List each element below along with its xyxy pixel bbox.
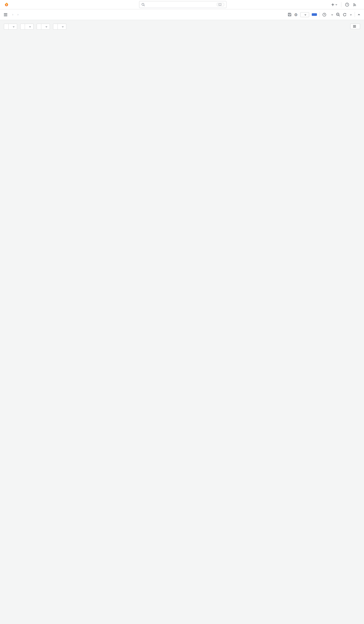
chevron-down-icon bbox=[45, 25, 48, 28]
filter-namespace bbox=[37, 24, 50, 30]
list-icon bbox=[353, 25, 356, 28]
save-dashboard-icon[interactable] bbox=[288, 12, 292, 17]
grafana-logo-icon[interactable] bbox=[4, 2, 9, 8]
filter-label[interactable] bbox=[37, 24, 41, 30]
chevron-up-icon[interactable] bbox=[358, 13, 360, 16]
chevron-down-icon bbox=[62, 25, 64, 28]
breadcrumb-separator: › bbox=[12, 13, 13, 16]
chevron-down-icon bbox=[304, 14, 307, 16]
chevron-down-icon bbox=[331, 14, 333, 16]
add-button[interactable] bbox=[300, 12, 309, 17]
filter-value-dropdown[interactable] bbox=[9, 24, 17, 30]
keyboard-icon bbox=[218, 3, 222, 6]
dashboard-content bbox=[0, 20, 364, 30]
add-menu-button[interactable] bbox=[331, 3, 337, 6]
filter-cluster bbox=[20, 24, 34, 30]
divider bbox=[341, 2, 341, 7]
filter-value-dropdown[interactable] bbox=[25, 24, 34, 30]
news-rss-icon[interactable] bbox=[353, 3, 357, 6]
share-button[interactable] bbox=[312, 13, 317, 16]
divider bbox=[355, 12, 355, 17]
search-icon bbox=[141, 3, 145, 6]
refresh-picker[interactable] bbox=[343, 13, 352, 17]
settings-gear-icon[interactable]: ⚙ bbox=[294, 13, 298, 17]
filter-datasource bbox=[4, 24, 17, 30]
top-nav-bar: ? bbox=[0, 0, 364, 9]
variable-filters bbox=[4, 24, 360, 30]
filter-value-dropdown[interactable] bbox=[41, 24, 50, 30]
filter-label[interactable] bbox=[4, 24, 9, 30]
chevron-down-icon bbox=[335, 3, 337, 6]
breadcrumb: › › bbox=[10, 13, 21, 16]
time-range-picker[interactable] bbox=[322, 13, 333, 17]
svg-text:?: ? bbox=[347, 3, 348, 6]
chevron-down-icon bbox=[29, 25, 31, 28]
mimir-dashboards-button[interactable] bbox=[350, 24, 360, 29]
filter-value-dropdown[interactable] bbox=[58, 24, 66, 30]
dashboard-toolbar: › › ⚙ bbox=[0, 9, 364, 20]
search-input[interactable] bbox=[139, 1, 226, 8]
filter-label[interactable] bbox=[53, 24, 58, 30]
filter-label[interactable] bbox=[20, 24, 25, 30]
zoom-out-icon[interactable] bbox=[336, 12, 340, 17]
chevron-down-icon bbox=[12, 25, 15, 28]
help-icon[interactable]: ? bbox=[345, 3, 349, 7]
refresh-icon bbox=[343, 13, 347, 17]
divider bbox=[320, 12, 320, 17]
filter-latency-metrics bbox=[53, 24, 66, 30]
clock-icon bbox=[322, 13, 326, 17]
chevron-down-icon bbox=[350, 14, 352, 16]
menu-icon[interactable] bbox=[4, 13, 8, 16]
breadcrumb-separator: › bbox=[17, 13, 18, 16]
plus-icon bbox=[331, 3, 335, 6]
shortcut-badge bbox=[217, 3, 224, 6]
